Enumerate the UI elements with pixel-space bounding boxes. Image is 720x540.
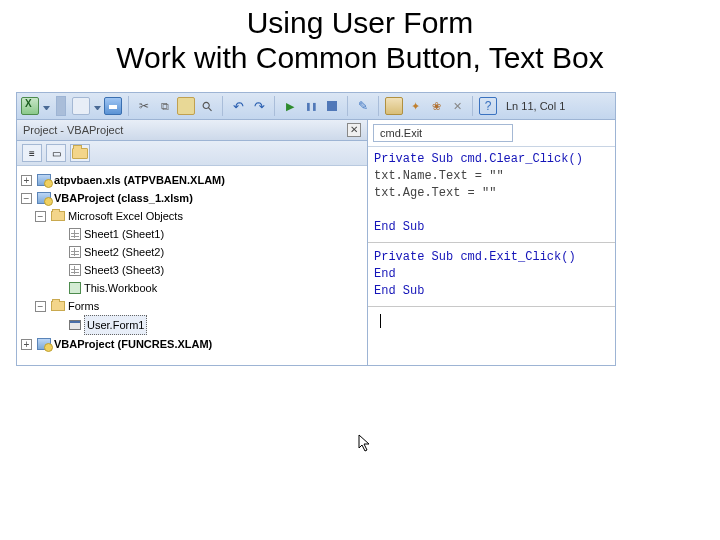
insert-dropdown-icon[interactable]: [94, 103, 101, 110]
folder-icon: [51, 301, 65, 311]
project-explorer-header: Project - VBAProject ✕: [17, 120, 367, 141]
vba-project-icon: [37, 338, 51, 350]
properties-icon[interactable]: [406, 97, 424, 115]
project-explorer-title: Project - VBAProject: [23, 124, 123, 136]
worksheet-icon: [69, 246, 81, 258]
toolbar-separator: [472, 96, 473, 116]
view-object-button[interactable]: ▭: [46, 144, 66, 162]
tree-label: Forms: [68, 297, 99, 315]
expand-icon[interactable]: +: [21, 339, 32, 350]
toolbar-separator: [378, 96, 379, 116]
excel-dropdown-icon[interactable]: [43, 103, 50, 110]
worksheet-icon: [69, 228, 81, 240]
help-icon[interactable]: [479, 97, 497, 115]
tree-node-thisworkbook[interactable]: This.Workbook: [21, 279, 363, 297]
folder-icon: [51, 211, 65, 221]
project-explorer-toolbar: ≡ ▭: [17, 141, 367, 166]
cut-icon[interactable]: [135, 97, 153, 115]
tree-node-forms[interactable]: − Forms: [21, 297, 363, 315]
folder-icon: [72, 148, 88, 159]
code-line: [374, 202, 609, 219]
close-icon[interactable]: ✕: [347, 123, 361, 137]
procedure-separator: [368, 306, 615, 307]
code-line: Private Sub cmd.Exit_Click(): [374, 249, 609, 266]
code-editor[interactable]: Private Sub cmd.Clear_Click() txt.Name.T…: [368, 146, 615, 340]
paste-icon[interactable]: [177, 97, 195, 115]
collapse-icon[interactable]: −: [21, 193, 32, 204]
cursor-position-status: Ln 11, Col 1: [506, 100, 565, 112]
toolbar-separator: [128, 96, 129, 116]
tree-node-sheet3[interactable]: Sheet3 (Sheet3): [21, 261, 363, 279]
design-mode-icon[interactable]: [354, 97, 372, 115]
code-line: txt.Age.Text = "": [374, 185, 609, 202]
tree-label: atpvbaen.xls (ATPVBAEN.XLAM): [54, 171, 225, 189]
toolbar-separator: [222, 96, 223, 116]
view-code-button[interactable]: ≡: [22, 144, 42, 162]
project-explorer-icon[interactable]: [385, 97, 403, 115]
panes-container: Project - VBAProject ✕ ≡ ▭ + atpvbaen.xl…: [16, 120, 616, 366]
text-caret: [380, 314, 381, 328]
toggle-folders-button[interactable]: [70, 144, 90, 162]
tree-node-excel-objects[interactable]: − Microsoft Excel Objects: [21, 207, 363, 225]
collapse-icon[interactable]: −: [35, 301, 46, 312]
slide-title: Using User Form Work with Common Button,…: [0, 0, 720, 77]
procedure-separator: [368, 242, 615, 243]
vba-project-icon: [37, 174, 51, 186]
code-line: [374, 313, 609, 330]
insert-icon[interactable]: [72, 97, 90, 115]
code-line: End Sub: [374, 283, 609, 300]
code-line: txt.Name.Text = "": [374, 168, 609, 185]
toolbox-icon[interactable]: [448, 97, 466, 115]
tree-label: This.Workbook: [84, 279, 157, 297]
tree-label-selected: User.Form1: [84, 315, 147, 335]
collapse-icon[interactable]: −: [35, 211, 46, 222]
code-line: End Sub: [374, 219, 609, 236]
project-tree: + atpvbaen.xls (ATPVBAEN.XLAM) − VBAProj…: [17, 166, 367, 365]
tree-label: VBAProject (class_1.xlsm): [54, 189, 193, 207]
object-dropdown[interactable]: cmd.Exit: [373, 124, 513, 142]
undo-icon[interactable]: [229, 97, 247, 115]
vba-project-icon: [37, 192, 51, 204]
tree-node-userform1[interactable]: User.Form1: [21, 315, 363, 335]
expand-icon[interactable]: +: [21, 175, 32, 186]
tree-label: Sheet2 (Sheet2): [84, 243, 164, 261]
tree-label: Sheet3 (Sheet3): [84, 261, 164, 279]
worksheet-icon: [69, 264, 81, 276]
copy-icon[interactable]: [156, 97, 174, 115]
code-line: Private Sub cmd.Clear_Click(): [374, 151, 609, 168]
tree-node-sheet2[interactable]: Sheet2 (Sheet2): [21, 243, 363, 261]
main-toolbar: Ln 11, Col 1: [16, 92, 616, 120]
title-line-1: Using User Form: [8, 6, 712, 41]
save-icon[interactable]: [104, 97, 122, 115]
userform-icon: [69, 320, 81, 330]
excel-icon[interactable]: [21, 97, 39, 115]
object-browser-icon[interactable]: [427, 97, 445, 115]
tree-node-funcres[interactable]: + VBAProject (FUNCRES.XLAM): [21, 335, 363, 353]
find-icon[interactable]: [198, 97, 216, 115]
tree-label: VBAProject (FUNCRES.XLAM): [54, 335, 212, 353]
tree-label: Microsoft Excel Objects: [68, 207, 183, 225]
reset-icon[interactable]: [327, 101, 337, 111]
tree-node-class1[interactable]: − VBAProject (class_1.xlsm): [21, 189, 363, 207]
tree-label: Sheet1 (Sheet1): [84, 225, 164, 243]
code-pane: cmd.Exit Private Sub cmd.Clear_Click() t…: [367, 120, 615, 365]
vba-ide: Ln 11, Col 1 Project - VBAProject ✕ ≡ ▭ …: [16, 92, 616, 366]
tree-node-atpvbaen[interactable]: + atpvbaen.xls (ATPVBAEN.XLAM): [21, 171, 363, 189]
redo-icon[interactable]: [250, 97, 268, 115]
mouse-cursor-icon: [358, 434, 372, 454]
toolbar-separator: [56, 96, 66, 116]
workbook-icon: [69, 282, 81, 294]
toolbar-separator: [347, 96, 348, 116]
code-line: End: [374, 266, 609, 283]
title-line-2: Work with Common Button, Text Box: [8, 41, 712, 76]
toolbar-separator: [274, 96, 275, 116]
break-icon[interactable]: [302, 97, 320, 115]
tree-node-sheet1[interactable]: Sheet1 (Sheet1): [21, 225, 363, 243]
project-explorer-pane: Project - VBAProject ✕ ≡ ▭ + atpvbaen.xl…: [17, 120, 367, 365]
run-icon[interactable]: [281, 97, 299, 115]
